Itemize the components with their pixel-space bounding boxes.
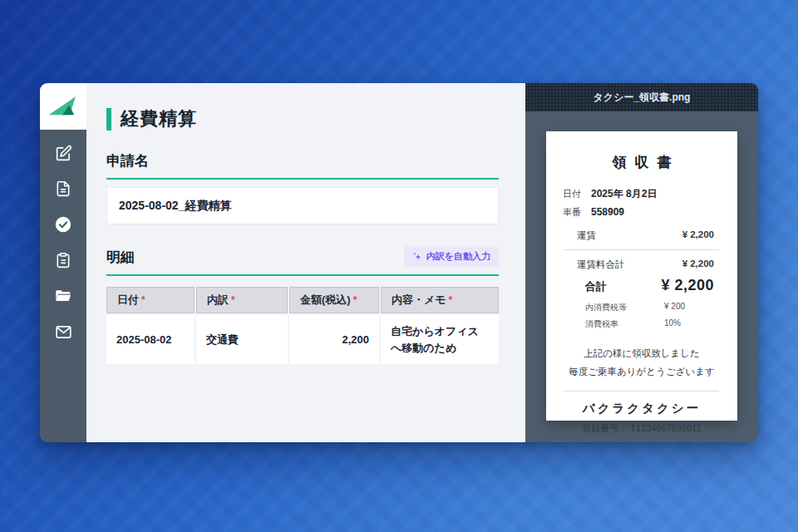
logo-triangle-icon [45,88,81,125]
application-name-input[interactable] [106,187,499,224]
section-divider [106,274,499,276]
required-marker: * [141,294,145,306]
preview-body: 領収書 日付 2025年 8月2日 車番 558909 運賃 ¥ 2,200 運… [525,111,758,442]
clipboard-icon[interactable] [53,250,73,270]
edit-icon[interactable] [53,143,73,163]
mail-icon[interactable] [53,322,73,342]
receipt-company: バクラクタクシー [546,401,737,416]
details-heading: 明細 [106,248,135,267]
page-title: 経費精算 [121,106,197,131]
receipt-fare-total-row: 運賃料合計 ¥ 2,200 [577,259,714,271]
table-row: 2025-08-02 交通費 2,200 自宅からオフィスへ移動のため [106,315,499,364]
receipt-car-row: 車番 558909 [563,206,721,219]
cell-memo[interactable]: 自宅からオフィスへ移動のため [381,315,499,364]
receipt-preview-panel: タクシー_領収書.png 領収書 日付 2025年 8月2日 車番 558909… [525,83,758,442]
receipt-tax-rate-row: 消費税率 10% [585,318,737,330]
receipt-title: 領収書 [546,153,737,172]
sidebar-nav [40,130,86,342]
folder-icon[interactable] [53,286,73,306]
header-memo: 内容・メモ* [381,287,499,313]
section-divider [106,178,499,180]
expense-table: 日付* 内訳* 金額(税込)* 内容・メモ* 2025-08-02 交通費 2,… [106,287,499,364]
main-content: 経費精算 申請名 明細 内訳を自動入力 日付* 内訳* [86,83,525,442]
app-logo [40,83,86,130]
autofill-button-label: 内訳を自動入力 [426,250,490,263]
cell-date[interactable]: 2025-08-02 [106,315,195,364]
receipt-tax-row: 内消費税等 ¥ 200 [585,302,737,313]
receipt-divider [564,391,719,392]
receipt-notes: 上記の様に領収致しました 毎度ご乗車ありがとうございます [546,344,737,382]
header-category: 内訳* [196,287,288,313]
sidebar [40,83,86,442]
receipt-date-row: 日付 2025年 8月2日 [563,187,721,201]
document-icon[interactable] [53,179,73,199]
check-circle-icon[interactable] [53,214,73,234]
header-amount: 金額(税込)* [289,287,379,313]
app-window: 経費精算 申請名 明細 内訳を自動入力 日付* 内訳* [40,83,758,442]
receipt-divider [564,249,719,250]
cell-amount[interactable]: 2,200 [289,315,379,364]
required-marker: * [231,294,235,306]
cell-category[interactable]: 交通費 [196,315,288,364]
table-header-row: 日付* 内訳* 金額(税込)* 内容・メモ* [106,287,499,313]
page-title-row: 経費精算 [106,106,499,131]
receipt-registration: 登録番号： T1234567891011 [546,422,737,435]
receipt-fare-row: 運賃 ¥ 2,200 [577,229,714,242]
header-date: 日付* [106,287,195,313]
sparkle-icon [412,252,422,262]
autofill-breakdown-button[interactable]: 内訳を自動入力 [404,246,499,267]
preview-filename: タクシー_領収書.png [525,83,758,111]
application-name-heading: 申請名 [106,151,499,170]
required-marker: * [449,294,453,306]
receipt-image: 領収書 日付 2025年 8月2日 車番 558909 運賃 ¥ 2,200 運… [546,131,737,421]
receipt-total-row: 合計 ¥ 2,200 [585,277,714,294]
required-marker: * [353,294,357,306]
title-accent-bar [106,108,111,131]
